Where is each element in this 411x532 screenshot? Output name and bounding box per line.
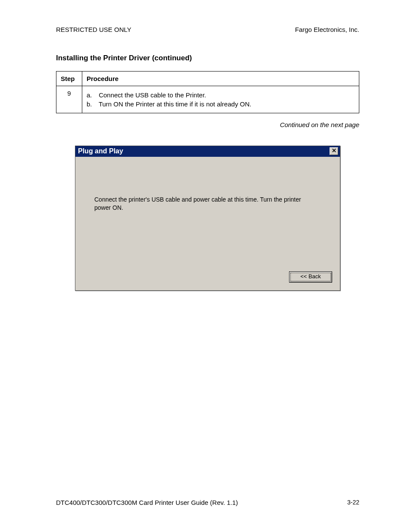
page-header: RESTRICTED USE ONLY Fargo Electronics, I… [56,26,359,33]
footer-page-number: 3-22 [347,499,359,506]
item-text: Turn ON the Printer at this time if it i… [99,100,252,108]
dialog-body-text: Connect the printer's USB cable and powe… [94,196,310,212]
item-letter: b. [87,100,97,108]
page-footer: DTC400/DTC300/DTC300M Card Printer User … [56,499,359,506]
th-procedure: Procedure [82,72,359,86]
back-button[interactable]: << Back [289,271,332,283]
header-left: RESTRICTED USE ONLY [56,26,131,33]
th-step: Step [56,72,82,86]
section-title: Installing the Printer Driver (continued… [56,54,359,62]
table-row: 9 a. Connect the USB cable to the Printe… [56,86,359,113]
procedure-item: b. Turn ON the Printer at this time if i… [87,100,355,108]
plug-and-play-dialog: Plug and Play ✕ Connect the printer's US… [75,146,340,291]
cell-step: 9 [56,86,82,113]
continued-note: Continued on the next page [56,121,359,128]
procedure-table: Step Procedure 9 a. Connect the USB cabl… [56,71,359,113]
header-right: Fargo Electronics, Inc. [295,26,359,33]
footer-left: DTC400/DTC300/DTC300M Card Printer User … [56,499,238,506]
procedure-item: a. Connect the USB cable to the Printer. [87,91,355,99]
item-text: Connect the USB cable to the Printer. [99,91,206,99]
cell-procedure: a. Connect the USB cable to the Printer.… [82,86,359,113]
close-button[interactable]: ✕ [330,147,338,155]
dialog-body: Connect the printer's USB cable and powe… [75,157,340,290]
dialog-titlebar: Plug and Play ✕ [75,146,340,157]
item-letter: a. [87,91,97,99]
dialog-title: Plug and Play [78,147,123,155]
table-header-row: Step Procedure [56,72,359,86]
